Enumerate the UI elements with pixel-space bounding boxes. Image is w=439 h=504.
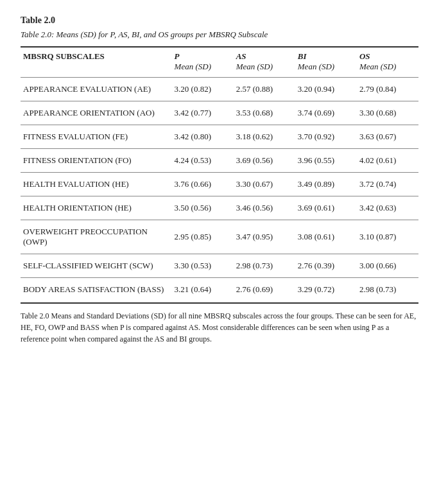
table-title: Table 2.0 [21, 15, 418, 26]
cell-os: 2.98 (0.73) [357, 278, 418, 302]
subscale-cell: APPEARANCE ORIENTATION (AO) [21, 101, 172, 125]
cell-p: 3.42 (0.77) [172, 101, 234, 125]
cell-os: 3.10 (0.87) [357, 220, 418, 254]
table-row: APPEARANCE EVALUATION (AE)3.20 (0.82)2.5… [21, 78, 418, 101]
table-row: FITNESS EVALUATION (FE)3.42 (0.80)3.18 (… [21, 125, 418, 149]
group-AS-header: AS [234, 48, 295, 62]
subscale-cell: FITNESS EVALUATION (FE) [21, 125, 172, 149]
cell-p: 3.20 (0.82) [172, 78, 234, 101]
cell-p: 3.42 (0.80) [172, 125, 234, 149]
cell-as: 3.46 (0.56) [234, 196, 295, 220]
cell-as: 3.69 (0.56) [234, 149, 295, 173]
table-subtitle: Table 2.0: Means (SD) for P, AS, BI, and… [21, 30, 418, 40]
cell-p: 3.50 (0.56) [172, 196, 234, 220]
subscale-cell: FITNESS ORIENTATION (FO) [21, 149, 172, 173]
cell-as: 2.57 (0.88) [234, 78, 295, 101]
cell-p: 3.21 (0.64) [172, 278, 234, 302]
subscale-header: MBSRQ SUBSCALES [21, 48, 172, 62]
subscale-cell: BODY AREAS SATISFACTION (BASS) [21, 278, 172, 302]
subscale-cell: OVERWEIGHT PREOCCUPATION (OWP) [21, 220, 172, 254]
cell-p: 3.76 (0.66) [172, 173, 234, 196]
subscale-cell: HEALTH EVALUATION (HE) [21, 173, 172, 196]
table-row: OVERWEIGHT PREOCCUPATION (OWP)2.95 (0.85… [21, 220, 418, 254]
group-BI-header: BI [295, 48, 357, 62]
cell-bi: 3.20 (0.94) [295, 78, 357, 101]
cell-bi: 3.08 (0.61) [295, 220, 357, 254]
cell-p: 2.95 (0.85) [172, 220, 234, 254]
cell-p: 4.24 (0.53) [172, 149, 234, 173]
table-row: APPEARANCE ORIENTATION (AO)3.42 (0.77)3.… [21, 101, 418, 125]
cell-bi: 3.96 (0.55) [295, 149, 357, 173]
group-P-header: P [172, 48, 234, 62]
table-row: SELF-CLASSIFIED WEIGHT (SCW)3.30 (0.53)2… [21, 254, 418, 278]
table-row: HEALTH ORIENTATION (HE)3.50 (0.56)3.46 (… [21, 196, 418, 220]
group-AS-sub: Mean (SD) [234, 62, 295, 78]
cell-os: 3.30 (0.68) [357, 101, 418, 125]
cell-os: 3.72 (0.74) [357, 173, 418, 196]
cell-as: 3.18 (0.62) [234, 125, 295, 149]
table-row: FITNESS ORIENTATION (FO)4.24 (0.53)3.69 … [21, 149, 418, 173]
cell-bi: 2.76 (0.39) [295, 254, 357, 278]
group-OS-sub: Mean (SD) [357, 62, 418, 78]
cell-bi: 3.69 (0.61) [295, 196, 357, 220]
cell-as: 3.47 (0.95) [234, 220, 295, 254]
subscale-cell: HEALTH ORIENTATION (HE) [21, 196, 172, 220]
cell-bi: 3.49 (0.89) [295, 173, 357, 196]
cell-as: 3.30 (0.67) [234, 173, 295, 196]
group-OS-header: OS [357, 48, 418, 62]
cell-as: 2.76 (0.69) [234, 278, 295, 302]
cell-bi: 3.29 (0.72) [295, 278, 357, 302]
subscale-subheader [21, 62, 172, 78]
cell-as: 2.98 (0.73) [234, 254, 295, 278]
cell-bi: 3.74 (0.69) [295, 101, 357, 125]
cell-as: 3.53 (0.68) [234, 101, 295, 125]
cell-os: 3.42 (0.63) [357, 196, 418, 220]
cell-os: 4.02 (0.61) [357, 149, 418, 173]
cell-os: 3.63 (0.67) [357, 125, 418, 149]
group-BI-sub: Mean (SD) [295, 62, 357, 78]
cell-p: 3.30 (0.53) [172, 254, 234, 278]
group-P-sub: Mean (SD) [172, 62, 234, 78]
subscale-cell: APPEARANCE EVALUATION (AE) [21, 78, 172, 101]
subscale-cell: SELF-CLASSIFIED WEIGHT (SCW) [21, 254, 172, 278]
table-row: BODY AREAS SATISFACTION (BASS)3.21 (0.64… [21, 278, 418, 302]
cell-os: 3.00 (0.66) [357, 254, 418, 278]
cell-bi: 3.70 (0.92) [295, 125, 357, 149]
table-row: HEALTH EVALUATION (HE)3.76 (0.66)3.30 (0… [21, 173, 418, 196]
cell-os: 2.79 (0.84) [357, 78, 418, 101]
footnote: Table 2.0 Means and Standard Deviations … [21, 310, 418, 345]
